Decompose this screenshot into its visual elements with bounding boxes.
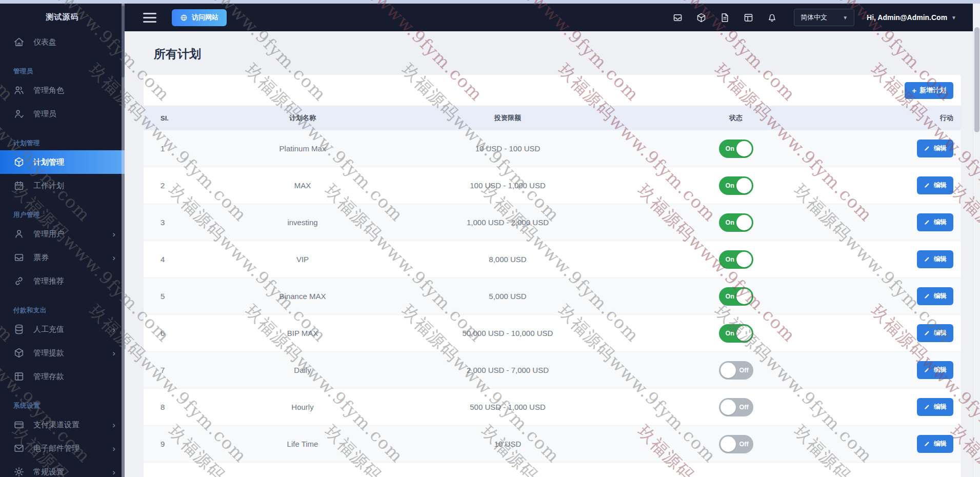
- sidebar-item[interactable]: 电子邮件管理›: [0, 436, 125, 460]
- cell-action: 编辑: [856, 287, 961, 305]
- cell-action: 编辑: [856, 140, 961, 157]
- edit-button[interactable]: 编辑: [917, 361, 953, 379]
- status-toggle[interactable]: Off: [719, 398, 753, 416]
- toggle-state-label: On: [726, 256, 734, 263]
- chevron-right-icon: ›: [112, 230, 115, 239]
- cell-si: 4: [144, 255, 205, 264]
- cell-plan-name: BIP MAX: [205, 329, 400, 337]
- sidebar-item-label: 工作计划: [33, 181, 64, 191]
- sidebar-item[interactable]: 计划管理: [0, 150, 125, 174]
- status-toggle[interactable]: On: [719, 250, 753, 269]
- cell-invest-limit: 5,000 USD: [400, 292, 615, 301]
- sidebar-item-label: 票券: [33, 253, 49, 263]
- status-toggle[interactable]: On: [719, 140, 753, 158]
- navbar-right: 简体中文 ▼ Hi, Admin@Admin.Com ▼: [672, 9, 956, 26]
- sidebar-item[interactable]: 管理推荐: [0, 269, 125, 293]
- cell-status: On: [615, 176, 856, 195]
- brand-title: 测试源码: [0, 4, 125, 30]
- menu-toggle-icon[interactable]: [143, 13, 156, 23]
- box-icon[interactable]: [696, 12, 707, 23]
- cell-action: 编辑: [856, 324, 961, 342]
- sidebar-item-label: 管理提款: [33, 348, 64, 358]
- inbox-icon[interactable]: [672, 12, 683, 23]
- cell-plan-name: MAX: [205, 181, 400, 190]
- toggle-knob: [721, 436, 736, 452]
- edit-button[interactable]: 编辑: [917, 213, 953, 231]
- table-row: [144, 463, 961, 477]
- edit-button-label: 编辑: [934, 440, 947, 448]
- top-navbar: 访问网站 简体中文 ▼ Hi, Admin@Admin.Com ▼: [125, 4, 980, 31]
- edit-button[interactable]: 编辑: [917, 398, 953, 416]
- sidebar-section-label: 用户管理: [0, 208, 125, 222]
- cell-si: 5: [144, 292, 205, 301]
- sidebar-item[interactable]: 管理角色: [0, 78, 125, 102]
- cell-si: 9: [144, 440, 205, 448]
- status-toggle[interactable]: On: [719, 324, 753, 343]
- cell-plan-name: investing: [205, 218, 400, 227]
- cell-invest-limit: 10 USD: [400, 440, 615, 448]
- cell-invest-limit: 2,000 USD - 7,000 USD: [400, 366, 615, 374]
- page-content: 所有计划 + 新增计划 SI. 计划名称 投资限额 状态 行动 1Platinu…: [125, 31, 980, 477]
- sidebar-item[interactable]: 管理提款›: [0, 341, 125, 365]
- sidebar-item-label: 计划管理: [33, 157, 64, 167]
- sidebar-item-label: 常规设置: [33, 467, 64, 477]
- toggle-knob: [736, 326, 752, 341]
- sidebar-item[interactable]: 人工充值›: [0, 317, 125, 341]
- sidebar-scrollbar[interactable]: [122, 4, 125, 477]
- table-body: 1Platinum Max10 USD - 100 USDOn编辑2MAX100…: [144, 130, 961, 477]
- edit-button[interactable]: 编辑: [917, 250, 953, 268]
- edit-button[interactable]: 编辑: [917, 435, 953, 453]
- edit-button[interactable]: 编辑: [917, 140, 953, 157]
- sidebar-item[interactable]: 工作计划: [0, 174, 125, 197]
- pencil-icon: [924, 219, 930, 226]
- edit-button-label: 编辑: [934, 181, 947, 190]
- cell-si: 2: [144, 181, 205, 190]
- status-toggle[interactable]: Off: [719, 361, 753, 380]
- visit-site-button[interactable]: 访问网站: [172, 9, 227, 26]
- edit-button-label: 编辑: [934, 329, 947, 337]
- sidebar-item-label: 管理存款: [33, 372, 64, 382]
- page-scrollbar-thumb[interactable]: [974, 27, 979, 132]
- sidebar-item[interactable]: 支付渠道设置›: [0, 413, 125, 436]
- plus-icon: +: [912, 87, 916, 94]
- edit-button-label: 编辑: [934, 366, 947, 374]
- header-status: 状态: [615, 113, 856, 123]
- document-icon[interactable]: [719, 12, 730, 23]
- sidebar-item[interactable]: 管理员: [0, 102, 125, 126]
- sidebar-item[interactable]: 仪表盘: [0, 30, 125, 54]
- sidebar-scrollbar-thumb[interactable]: [122, 6, 125, 77]
- cell-si: 7: [144, 366, 205, 374]
- edit-button[interactable]: 编辑: [917, 176, 953, 194]
- status-toggle[interactable]: On: [719, 213, 753, 232]
- status-toggle[interactable]: Off: [719, 435, 753, 453]
- pencil-icon: [924, 145, 930, 152]
- plans-card: + 新增计划 SI. 计划名称 投资限额 状态 行动 1Platinum Max…: [144, 75, 961, 477]
- sidebar-item[interactable]: 管理存款: [0, 365, 125, 388]
- sidebar-section-label: 付款和支出: [0, 303, 125, 317]
- cell-si: 3: [144, 218, 205, 227]
- edit-button[interactable]: 编辑: [917, 324, 953, 342]
- bell-icon[interactable]: [767, 12, 777, 23]
- pencil-icon: [924, 330, 930, 336]
- sidebar-item[interactable]: 常规设置›: [0, 460, 125, 477]
- link-icon: [13, 275, 25, 287]
- sidebar: 测试源码 仪表盘管理员管理角色管理员计划管理计划管理工作计划用户管理管理用户›票…: [0, 4, 125, 477]
- user-menu[interactable]: Hi, Admin@Admin.Com ▼: [867, 13, 956, 22]
- toggle-knob: [736, 141, 752, 156]
- grid-icon[interactable]: [743, 12, 754, 23]
- header-name: 计划名称: [205, 113, 400, 123]
- status-toggle[interactable]: On: [719, 287, 753, 306]
- add-plan-button[interactable]: + 新增计划: [905, 82, 953, 99]
- edit-button[interactable]: 编辑: [917, 287, 953, 305]
- chevron-down-icon: ▼: [843, 15, 848, 21]
- sidebar-item[interactable]: 管理用户›: [0, 222, 125, 246]
- page-scrollbar[interactable]: [973, 4, 980, 477]
- pencil-icon: [924, 441, 930, 447]
- status-toggle[interactable]: On: [719, 176, 753, 195]
- edit-button-label: 编辑: [934, 144, 947, 153]
- cell-status: On: [615, 213, 856, 232]
- chevron-right-icon: ›: [112, 444, 115, 453]
- sidebar-item[interactable]: 票券›: [0, 246, 125, 269]
- language-selector[interactable]: 简体中文 ▼: [794, 9, 854, 26]
- table-row: 2MAX100 USD - 1,000 USDOn编辑: [144, 167, 961, 204]
